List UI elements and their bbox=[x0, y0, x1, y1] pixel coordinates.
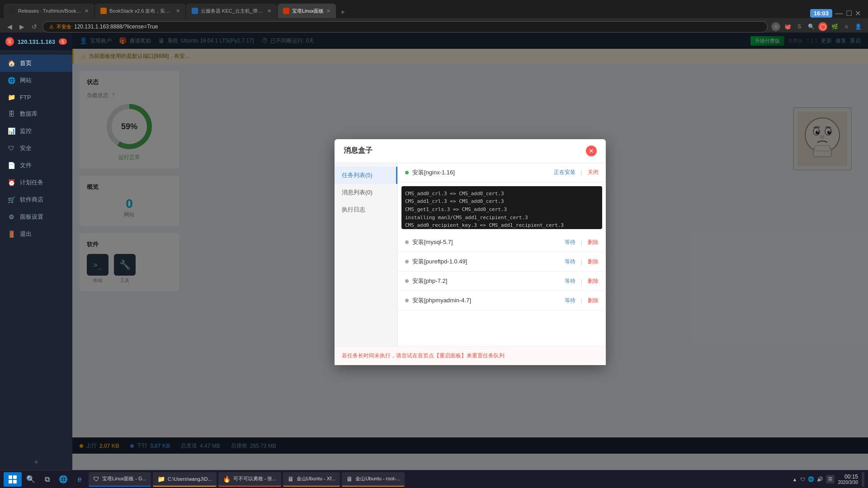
back-button[interactable]: ◀ bbox=[5, 22, 14, 31]
tray-network: 🌐 bbox=[808, 476, 814, 482]
bookmark-icon[interactable]: ☆ bbox=[771, 22, 780, 31]
taskbar-app-ubuntu1[interactable]: 🖥 金山Ubuntu - Xf... bbox=[283, 472, 340, 487]
sidebar-item-monitor[interactable]: 📊 监控 bbox=[0, 122, 72, 140]
extension-icon-3[interactable]: 🔍 bbox=[807, 22, 816, 31]
show-desktop-button[interactable] bbox=[862, 472, 864, 487]
sidebar-badge: 5 bbox=[59, 38, 67, 45]
task-4-status: 等待 bbox=[565, 277, 576, 285]
task-5-name: 安装[phpmyadmin-4.7] bbox=[412, 296, 561, 305]
task-4-action[interactable]: 删除 bbox=[588, 277, 599, 285]
music-app-label: 可不可以勇敢 - 张... bbox=[233, 475, 277, 482]
tab-4-close[interactable]: ✕ bbox=[326, 8, 330, 14]
tab-2-close[interactable]: ✕ bbox=[176, 8, 180, 14]
sidebar-item-database-label: 数据库 bbox=[20, 110, 38, 118]
taskbar-app-explorer[interactable]: 📁 C:\Users\wangJ\D... bbox=[153, 472, 217, 487]
log-line: installing man3/CMS_add1_recipient_cert.… bbox=[405, 214, 599, 222]
sidebar-item-files[interactable]: 📄 文件 bbox=[0, 157, 72, 174]
taskbar-ie-icon[interactable]: e bbox=[72, 472, 87, 487]
new-tab-button[interactable]: + bbox=[337, 6, 348, 18]
forward-button[interactable]: ▶ bbox=[18, 22, 26, 31]
task-3-status: 等待 bbox=[565, 258, 576, 266]
music-app-icon: 🔥 bbox=[223, 475, 231, 483]
taskbar-system-tray: ▲ 🛡 🌐 🔊 英 bbox=[793, 475, 835, 483]
tab-1-label: Releases · TruthHun/BookSta... bbox=[18, 8, 82, 14]
modal-nav-tasks[interactable]: 任务列表(5) bbox=[335, 167, 397, 184]
task-1-name: 安装[nginx-1.16] bbox=[412, 169, 550, 177]
modal-nav-messages[interactable]: 消息列表(0) bbox=[335, 184, 397, 201]
taskbar-edge-icon[interactable]: 🌐 bbox=[56, 472, 71, 487]
window-close-button[interactable]: ✕ bbox=[855, 9, 861, 18]
task-5-action[interactable]: 删除 bbox=[588, 297, 599, 305]
log-area[interactable]: CMS_add0_crl.3 => CMS_add0_cert.3CMS_add… bbox=[401, 186, 602, 229]
sidebar-item-cron[interactable]: ⏰ 计划任务 bbox=[0, 174, 72, 191]
tab-1[interactable]: Releases · TruthHun/BookSta... ✕ bbox=[4, 4, 94, 18]
sidebar-item-home[interactable]: 🏠 首页 bbox=[0, 55, 72, 72]
modal-close-button[interactable]: ✕ bbox=[586, 145, 597, 156]
lock-icon: ⚠ bbox=[49, 24, 54, 30]
extension-icon-1[interactable]: 🐙 bbox=[783, 22, 792, 31]
reload-button[interactable]: ↺ bbox=[30, 22, 39, 31]
sidebar-item-database[interactable]: 🗄 数据库 bbox=[0, 105, 72, 122]
taskbar-app-ubuntu2[interactable]: 🖥 金山Ubuntu - root-... bbox=[342, 472, 405, 487]
sidebar-item-logout-label: 退出 bbox=[20, 230, 32, 238]
tab-3-close[interactable]: ✕ bbox=[267, 8, 271, 14]
modal-nav-log[interactable]: 执行日志 bbox=[335, 201, 397, 218]
tray-defender: 🛡 bbox=[800, 477, 805, 482]
taskbar-app-baota[interactable]: 🛡 宝塔Linux面板 - G... bbox=[89, 472, 151, 487]
sidebar-ip: 120.131.1.163 bbox=[18, 38, 55, 45]
start-button[interactable] bbox=[4, 472, 22, 487]
taskbar: 🔍 ⧉ 🌐 e 🛡 宝塔Linux面板 - G... 📁 C:\Users\wa… bbox=[0, 470, 868, 488]
tab-1-close[interactable]: ✕ bbox=[85, 8, 89, 14]
address-bar[interactable]: ⚠ 不安全 120.131.1.163:8888/?license=True bbox=[42, 21, 768, 33]
sidebar-item-appstore[interactable]: 🛒 软件商店 bbox=[0, 191, 72, 208]
sidebar-item-security-label: 安全 bbox=[20, 144, 32, 152]
tray-arrow[interactable]: ▲ bbox=[793, 477, 797, 482]
task-5-status: 等待 bbox=[565, 297, 576, 305]
sidebar-item-settings[interactable]: ⚙ 面板设置 bbox=[0, 208, 72, 225]
task-3-action[interactable]: 删除 bbox=[588, 258, 599, 266]
security-icon: 🛡 bbox=[7, 145, 15, 152]
sidebar-item-appstore-label: 软件商店 bbox=[20, 196, 43, 204]
content-area: 👤 宝塔账户 🎁 邀请奖励 🖥 系统 Ubuntu 18.04.1 LTS(Py… bbox=[72, 33, 868, 472]
maximize-button[interactable]: ☐ bbox=[846, 9, 852, 18]
tab-3[interactable]: 云服务器 KEC_云主机_弹性计算 ✕ bbox=[186, 4, 277, 18]
extension-icon-2[interactable]: S bbox=[795, 22, 804, 31]
taskbar-clock[interactable]: 00:15 2020/3/30 bbox=[838, 474, 859, 485]
sidebar-add-button[interactable]: + bbox=[0, 453, 72, 472]
task-item-5: 安装[phpmyadmin-4.7] 等待 | 删除 bbox=[398, 291, 606, 310]
sidebar-item-files-label: 文件 bbox=[20, 161, 32, 169]
tray-ime[interactable]: 英 bbox=[826, 475, 835, 483]
extension-icon-5[interactable]: 🌿 bbox=[830, 22, 839, 31]
database-icon: 🗄 bbox=[7, 110, 15, 117]
tab-2[interactable]: BookStack v2.6 发布，实现Wo... ✕ bbox=[95, 4, 185, 18]
files-icon: 📄 bbox=[7, 162, 15, 169]
task-2-status: 等待 bbox=[565, 239, 576, 246]
profile-icon[interactable]: 👤 bbox=[854, 22, 863, 31]
taskbar-task-view-icon[interactable]: ⧉ bbox=[40, 472, 54, 487]
tab-2-label: BookStack v2.6 发布，实现Wo... bbox=[109, 8, 173, 14]
taskbar-app-music[interactable]: 🔥 可不可以勇敢 - 张... bbox=[218, 472, 281, 487]
extension-icon-4[interactable]: ◯ bbox=[818, 22, 827, 31]
modal-content-area: 安装[nginx-1.16] 正在安装 | 关闭 CMS_add0_crl.3 … bbox=[398, 163, 606, 346]
cron-icon: ⏰ bbox=[7, 179, 15, 186]
clock-time: 00:15 bbox=[838, 474, 859, 480]
clock-display: 16:03 bbox=[810, 9, 832, 18]
ftp-icon: 📁 bbox=[7, 94, 15, 101]
taskbar-search-icon[interactable]: 🔍 bbox=[24, 472, 38, 487]
minimize-button[interactable]: — bbox=[835, 9, 843, 18]
sidebar-item-security[interactable]: 🛡 安全 bbox=[0, 140, 72, 157]
task-2-action[interactable]: 删除 bbox=[588, 239, 599, 246]
task-1-action[interactable]: 关闭 bbox=[588, 169, 599, 176]
sidebar-item-logout[interactable]: 🚪 退出 bbox=[0, 225, 72, 243]
task-3-name: 安装[pureftpd-1.0.49] bbox=[412, 258, 561, 266]
sidebar-item-website[interactable]: 🌐 网站 bbox=[0, 72, 72, 89]
tab-2-icon bbox=[100, 8, 107, 14]
sidebar-item-ftp[interactable]: 📁 FTP bbox=[0, 89, 72, 105]
tab-4[interactable]: 宝塔Linux面板 ✕ bbox=[278, 4, 336, 18]
extension-icon-6[interactable]: ≡ bbox=[842, 22, 851, 31]
baota-app-label: 宝塔Linux面板 - G... bbox=[102, 475, 146, 482]
modal-footer: 若任务长时间未执行，请尝试在首页点【重启面板】来重置任务队列 bbox=[335, 346, 606, 365]
website-icon: 🌐 bbox=[7, 77, 15, 84]
tab-4-label: 宝塔Linux面板 bbox=[292, 8, 324, 14]
task-item-3: 安装[pureftpd-1.0.49] 等待 | 删除 bbox=[398, 252, 606, 272]
